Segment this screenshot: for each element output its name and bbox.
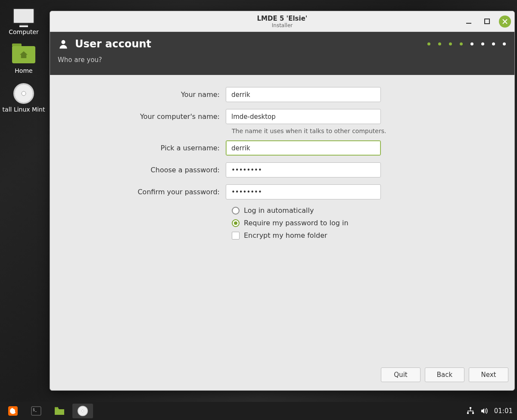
- desktop-icon-label: Computer: [9, 28, 39, 35]
- wizard-steps: [427, 43, 506, 46]
- window-subtitle: Installer: [272, 22, 293, 28]
- username-label: Pick a username:: [62, 144, 226, 152]
- svg-rect-9: [467, 412, 469, 414]
- network-icon[interactable]: [467, 407, 474, 415]
- user-form: Your name: Your computer's name: The nam…: [50, 75, 514, 363]
- option-label: Require my password to log in: [244, 219, 349, 227]
- radio-icon: [232, 207, 240, 215]
- svg-rect-8: [470, 407, 471, 409]
- taskbar-files[interactable]: [49, 404, 70, 418]
- option-label: Encrypt my home folder: [244, 231, 327, 240]
- taskbar-clock[interactable]: 01:01: [494, 407, 513, 415]
- option-encrypt-home[interactable]: Encrypt my home folder: [232, 231, 502, 240]
- step-dot: [481, 43, 484, 46]
- svg-text:$_: $_: [33, 408, 37, 412]
- confirm-password-label: Confirm your password:: [62, 188, 226, 196]
- taskbar-terminal[interactable]: $_: [26, 404, 47, 418]
- password-input[interactable]: [226, 162, 381, 177]
- taskbar[interactable]: $_ 01:01: [0, 402, 517, 420]
- disc-icon: [13, 83, 34, 104]
- computer-icon: [13, 8, 34, 24]
- taskbar-firefox[interactable]: [3, 404, 23, 418]
- quit-button[interactable]: Quit: [381, 367, 420, 382]
- step-dot: [427, 43, 430, 46]
- checkbox-icon: [232, 232, 240, 240]
- option-require-password[interactable]: Require my password to log in: [232, 219, 502, 227]
- step-dot: [449, 43, 452, 46]
- window-titlebar[interactable]: LMDE 5 'Elsie' Installer: [50, 11, 514, 32]
- svg-point-2: [61, 40, 65, 44]
- user-icon: [58, 38, 69, 50]
- step-dot: [438, 43, 441, 46]
- taskbar-installer[interactable]: [72, 404, 93, 418]
- step-dot: [470, 43, 473, 46]
- svg-rect-1: [485, 19, 489, 24]
- close-button[interactable]: [499, 16, 511, 28]
- page-banner: User account Who are you?: [50, 32, 514, 75]
- volume-icon[interactable]: [480, 407, 488, 415]
- home-folder-icon: [12, 46, 35, 63]
- svg-rect-10: [472, 412, 474, 414]
- desktop-icons: Computer Home tall Linux Mint: [0, 5, 47, 113]
- page-heading: User account: [75, 38, 151, 50]
- window-title: LMDE 5 'Elsie': [257, 15, 308, 22]
- desktop-icon-install[interactable]: tall Linux Mint: [2, 83, 45, 113]
- name-label: Your name:: [62, 90, 226, 99]
- next-button[interactable]: Next: [469, 367, 508, 382]
- step-dot: [492, 43, 495, 46]
- name-input[interactable]: [226, 87, 381, 102]
- maximize-button[interactable]: [481, 16, 493, 28]
- disc-icon: [78, 406, 88, 416]
- hostname-hint: The name it uses when it talks to other …: [232, 128, 502, 134]
- desktop-icon-computer[interactable]: Computer: [2, 5, 45, 35]
- back-button[interactable]: Back: [425, 367, 464, 382]
- installer-window: LMDE 5 'Elsie' Installer User account: [50, 11, 515, 391]
- hostname-input[interactable]: [226, 109, 381, 124]
- svg-rect-0: [466, 23, 471, 24]
- option-label: Log in automatically: [244, 206, 314, 215]
- username-input[interactable]: [226, 140, 381, 156]
- minimize-button[interactable]: [463, 16, 475, 28]
- svg-rect-7: [55, 407, 58, 408]
- radio-icon: [232, 219, 240, 227]
- step-dot: [460, 43, 463, 46]
- option-autologin[interactable]: Log in automatically: [232, 206, 502, 215]
- page-subheading: Who are you?: [50, 56, 514, 70]
- password-label: Choose a password:: [62, 166, 226, 174]
- hostname-label: Your computer's name:: [62, 112, 226, 121]
- desktop-icon-home[interactable]: Home: [2, 44, 45, 74]
- step-dot: [503, 43, 506, 46]
- wizard-footer: Quit Back Next: [50, 363, 514, 390]
- desktop-icon-label: tall Linux Mint: [3, 106, 45, 113]
- desktop-icon-label: Home: [15, 67, 32, 74]
- confirm-password-input[interactable]: [226, 184, 381, 199]
